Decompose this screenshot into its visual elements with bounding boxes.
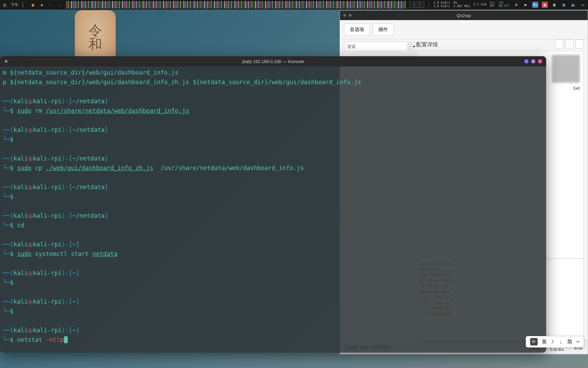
app-icon-2[interactable]: ⟋: [48, 2, 54, 8]
apps-icon[interactable]: ◧: [2, 2, 8, 8]
workspace-switcher[interactable]: [409, 2, 424, 8]
terminal-titlebar[interactable]: (kali) 192.168.0.108 — Konsole: [0, 56, 546, 66]
app-icon-3[interactable]: ⟋: [56, 2, 63, 8]
detail-btn-1[interactable]: [555, 40, 563, 48]
terminal-cursor: [64, 336, 68, 343]
qv2ray-titlebar[interactable]: Qv2ray: [340, 11, 588, 20]
plugin-button[interactable]: 插件: [373, 24, 394, 36]
maximize-button[interactable]: [531, 59, 535, 63]
search-input[interactable]: [344, 42, 407, 51]
qv2ray-tab-dots: [343, 14, 352, 17]
volume-icon[interactable]: 🔈: [570, 2, 576, 8]
filter-button-2[interactable]: [411, 42, 411, 51]
network-icon[interactable]: ▭: [580, 2, 586, 8]
cpu-widget: 9% 2.887 MHz: [453, 1, 470, 8]
filter-dropdown[interactable]: ▾: [413, 42, 415, 51]
tray-app-2-icon[interactable]: ◉: [542, 2, 548, 8]
ime-moon-icon[interactable]: ☽: [551, 339, 554, 345]
ime-mode[interactable]: 简: [567, 339, 572, 345]
net-speed-widget: 2.0 KiB/s 1.0 KiB/s: [434, 1, 450, 8]
display-icon[interactable]: ▣: [551, 2, 557, 8]
audio-spectrum: [66, 1, 406, 9]
terminal-output[interactable]: m ${netdata_source_dir}/web/gui/dashboar…: [0, 66, 546, 353]
qv2ray-title-label: Qv2ray: [457, 13, 471, 18]
minimize-button[interactable]: [524, 59, 528, 63]
cpu-governor-widget: CPU ON OFF: [499, 2, 510, 8]
clipboard-icon[interactable]: ▤: [561, 2, 567, 8]
qv2ray-toolbar: 首选项 插件: [340, 20, 588, 40]
detail-btn-2[interactable]: [565, 40, 573, 48]
tray-app-1-icon[interactable]: du: [532, 2, 538, 8]
top-menubar: ◧ 下午 ▏ ◉ ◆ ⟋ ⟋ │ 2.0 KiB/s 1.0 KiB/s 9% …: [0, 0, 588, 10]
gpu-widget: 显卡 44°: [490, 2, 495, 8]
preferences-button[interactable]: 首选项: [344, 24, 370, 36]
ime-punct[interactable]: ；: [558, 339, 563, 345]
qr-code: [552, 55, 580, 83]
clock-label: 下午: [11, 2, 18, 7]
ime-more-icon[interactable]: ⋯: [576, 339, 579, 345]
ime-toolbar[interactable]: 中 英 ☽ ； 简 ⋯: [526, 336, 584, 348]
tab-indicator-icon: [5, 60, 7, 63]
ime-logo-icon[interactable]: 中: [530, 338, 538, 346]
separator-icon: ▏: [21, 2, 27, 8]
play-icon[interactable]: ▶: [523, 2, 529, 8]
close-button[interactable]: [538, 59, 542, 63]
app-icon-1[interactable]: ◆: [39, 2, 45, 8]
chrome-icon[interactable]: ◉: [30, 2, 36, 8]
settings-icon[interactable]: ⚙: [513, 2, 519, 8]
ime-lang[interactable]: 英: [542, 339, 547, 345]
terminal-title: (kali) 192.168.0.108 — Konsole: [242, 59, 304, 64]
konsole-window: (kali) 192.168.0.108 — Konsole m ${netda…: [0, 56, 546, 353]
qr-label: 1wt: [573, 86, 580, 91]
filter-button-1[interactable]: [409, 42, 409, 51]
mem-widget: 3.3 GiB: [473, 3, 486, 6]
detail-btn-3[interactable]: [575, 40, 584, 48]
detail-title: 配置详情: [416, 41, 438, 48]
divider: │: [428, 3, 430, 7]
